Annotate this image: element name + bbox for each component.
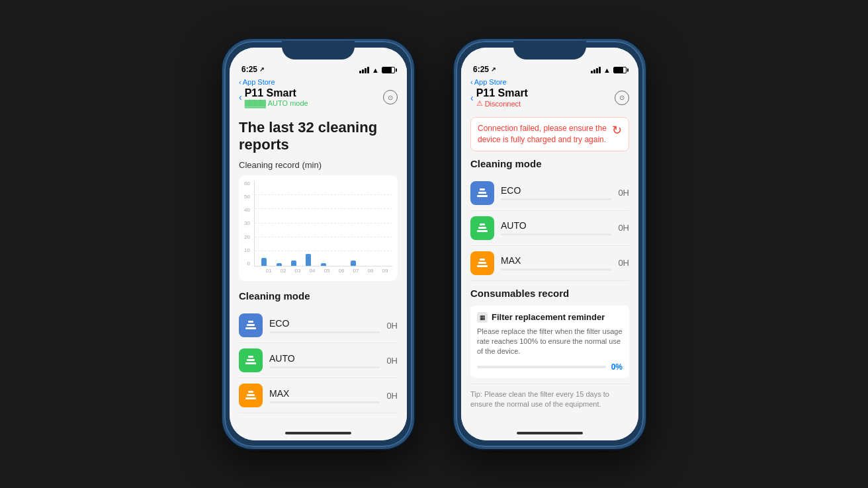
y-label-50: 50 bbox=[244, 194, 250, 200]
bar-04 bbox=[302, 254, 315, 266]
chart-container-left: 60 50 40 30 20 10 0 bbox=[239, 175, 398, 281]
svg-rect-6 bbox=[245, 397, 256, 399]
max-progress-left bbox=[269, 401, 380, 403]
page-heading-left: The last 32 cleaning reports bbox=[239, 119, 398, 153]
max-progress-right bbox=[501, 268, 611, 270]
phone-left: 6:25 ↗ ▲ ‹ App Store bbox=[222, 39, 414, 449]
signal-left bbox=[359, 67, 369, 73]
nav-title-right: P11 Smart bbox=[476, 87, 528, 99]
bar-05 bbox=[317, 263, 330, 266]
error-text: Connection failed, please ensure the dev… bbox=[478, 123, 607, 145]
chart-area-left: 60 50 40 30 20 10 0 bbox=[244, 181, 392, 266]
home-bar-left bbox=[285, 432, 351, 434]
time-right: 6:25 bbox=[473, 65, 489, 74]
y-label-10: 10 bbox=[244, 247, 250, 253]
filter-title-row: ▦ Filter replacement reminder bbox=[477, 312, 623, 323]
nav-bar-left: ‹ App Store ‹ P11 Smart ▓▓▓▓ AUTO mode ⊙ bbox=[230, 77, 407, 111]
max-icon-right bbox=[470, 251, 494, 275]
svg-rect-14 bbox=[480, 224, 485, 225]
svg-rect-15 bbox=[477, 265, 488, 267]
eco-progress-left bbox=[269, 331, 380, 333]
gridline-50 bbox=[255, 208, 392, 209]
app-store-link-left[interactable]: ‹ App Store bbox=[239, 78, 398, 86]
mode-eco-right: ECO 0H bbox=[470, 176, 629, 211]
chart-x-labels: 01 02 03 04 05 06 07 08 09 bbox=[244, 268, 392, 274]
x-label-07: 07 bbox=[349, 268, 363, 274]
consumables-section: Consumables record ▦ Filter replacement … bbox=[470, 288, 629, 415]
error-banner: Connection failed, please ensure the dev… bbox=[470, 117, 629, 151]
y-label-20: 20 bbox=[244, 234, 250, 240]
chart-label-left: Cleaning record (min) bbox=[239, 160, 398, 170]
refresh-icon[interactable]: ↻ bbox=[612, 123, 622, 138]
mode-eco-left: ECO 0H bbox=[239, 308, 398, 343]
nav-subtitle-text-right: Disconnect bbox=[485, 100, 521, 108]
gridline-40 bbox=[255, 223, 392, 224]
gridline-20 bbox=[255, 251, 392, 251]
nav-subtitle-left: ▓▓▓▓ AUTO mode bbox=[245, 99, 308, 107]
svg-rect-17 bbox=[480, 259, 485, 261]
filter-percent: 0% bbox=[611, 362, 623, 372]
home-indicator-left bbox=[230, 426, 407, 440]
svg-rect-4 bbox=[247, 359, 255, 361]
auto-info-right: AUTO bbox=[501, 220, 611, 235]
nav-title-left: P11 Smart bbox=[245, 87, 308, 99]
tip-text: Tip: Please clean the filter every 15 da… bbox=[470, 384, 629, 415]
status-time-right: 6:25 ↗ bbox=[473, 65, 496, 74]
x-label-05: 05 bbox=[320, 268, 334, 274]
location-icon-left: ↗ bbox=[259, 66, 265, 73]
nav-title-row-left: ‹ P11 Smart ▓▓▓▓ AUTO mode ⊙ bbox=[239, 86, 398, 108]
content-right: Connection failed, please ensure the dev… bbox=[461, 112, 638, 426]
auto-progress-right bbox=[501, 233, 611, 235]
svg-rect-7 bbox=[247, 394, 255, 396]
chart-y-axis: 60 50 40 30 20 10 0 bbox=[244, 181, 254, 266]
app-store-label-right: App Store bbox=[474, 78, 507, 86]
nav-back-left[interactable]: ‹ bbox=[239, 92, 242, 102]
content-left: The last 32 cleaning reports Cleaning re… bbox=[230, 111, 407, 426]
filter-progress-bar bbox=[477, 366, 606, 368]
nav-subtitle-right: ⚠ Disconnect bbox=[476, 99, 528, 108]
back-chevron-small-right: ‹ bbox=[470, 78, 473, 86]
auto-info-left: AUTO bbox=[269, 353, 380, 368]
svg-rect-1 bbox=[247, 324, 255, 326]
notch-left bbox=[282, 41, 355, 60]
home-bar-right bbox=[517, 432, 583, 434]
mode-auto-right: AUTO 0H bbox=[470, 211, 629, 246]
battery-icon-right bbox=[613, 67, 627, 73]
max-name-right: MAX bbox=[501, 255, 611, 266]
chart-plot bbox=[254, 181, 392, 266]
nav-right-icon-left[interactable]: ⊙ bbox=[383, 90, 398, 104]
nav-bar-right: ‹ App Store ‹ P11 Smart ⚠ Disconnect ⊙ bbox=[461, 77, 638, 112]
max-info-right: MAX bbox=[501, 255, 611, 270]
nav-back-right[interactable]: ‹ bbox=[470, 93, 474, 103]
eco-hours-right: 0H bbox=[618, 188, 629, 198]
bar-07 bbox=[347, 261, 360, 266]
eco-icon-right bbox=[470, 181, 494, 205]
x-label-08: 08 bbox=[363, 268, 378, 274]
app-store-link-right[interactable]: ‹ App Store bbox=[470, 78, 629, 86]
home-indicator-right bbox=[461, 426, 638, 440]
svg-rect-9 bbox=[477, 195, 488, 197]
nav-title-group-right: P11 Smart ⚠ Disconnect bbox=[476, 87, 528, 108]
auto-name-left: AUTO bbox=[269, 353, 380, 364]
filter-reminder: ▦ Filter replacement reminder Please rep… bbox=[470, 305, 629, 378]
bar-01 bbox=[257, 258, 271, 266]
status-time-left: 6:25 ↗ bbox=[241, 65, 265, 74]
nav-title-row-right: ‹ P11 Smart ⚠ Disconnect ⊙ bbox=[470, 86, 629, 109]
notch-right bbox=[513, 41, 586, 60]
nav-right-icon-right[interactable]: ⊙ bbox=[615, 91, 629, 105]
eco-name-right: ECO bbox=[501, 185, 611, 196]
gridline-30 bbox=[255, 237, 392, 237]
auto-icon-left bbox=[239, 348, 263, 372]
eco-info-left: ECO bbox=[269, 318, 380, 333]
battery-indicator-icon: ▓▓▓▓ bbox=[245, 99, 266, 107]
filter-desc: Please replace the filter when the filte… bbox=[477, 327, 623, 357]
svg-rect-8 bbox=[248, 391, 253, 393]
nav-title-group-left: P11 Smart ▓▓▓▓ AUTO mode bbox=[245, 87, 308, 107]
bar-02 bbox=[272, 263, 285, 266]
x-label-01: 01 bbox=[261, 268, 276, 274]
svg-rect-16 bbox=[478, 262, 486, 264]
max-info-left: MAX bbox=[269, 388, 380, 403]
y-label-60: 60 bbox=[244, 181, 250, 186]
filter-icon-box: ▦ bbox=[477, 312, 488, 323]
max-hours-right: 0H bbox=[618, 258, 629, 268]
